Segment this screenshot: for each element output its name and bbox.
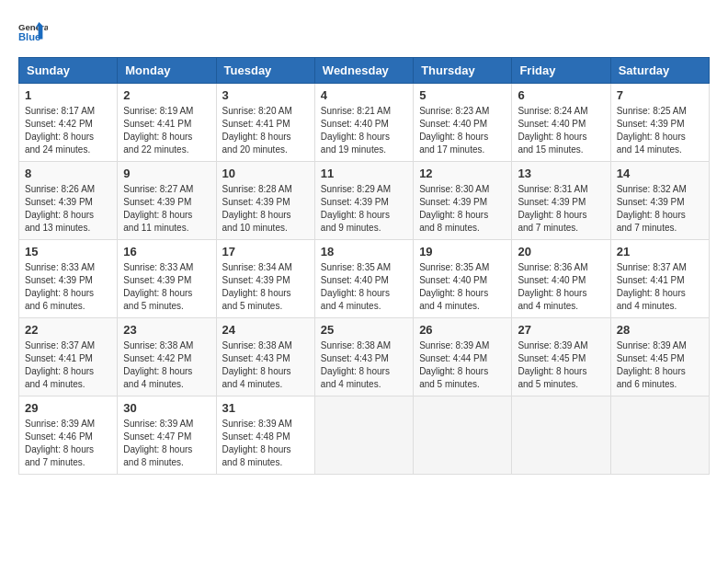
day-number: 30 bbox=[123, 401, 210, 415]
calendar-table: SundayMondayTuesdayWednesdayThursdayFrid… bbox=[18, 57, 710, 475]
calendar-cell: 31 Sunrise: 8:39 AM Sunset: 4:48 PM Dayl… bbox=[216, 396, 314, 475]
calendar-cell: 3 Sunrise: 8:20 AM Sunset: 4:41 PM Dayli… bbox=[216, 84, 314, 162]
day-number: 9 bbox=[123, 167, 210, 180]
calendar-cell: 26 Sunrise: 8:39 AM Sunset: 4:44 PM Dayl… bbox=[414, 318, 512, 396]
calendar-cell: 2 Sunrise: 8:19 AM Sunset: 4:41 PM Dayli… bbox=[118, 84, 216, 162]
day-info: Sunrise: 8:37 AM Sunset: 4:41 PM Dayligh… bbox=[617, 261, 703, 313]
calendar-cell bbox=[314, 396, 413, 475]
day-number: 18 bbox=[321, 245, 407, 259]
day-number: 3 bbox=[222, 88, 309, 102]
day-number: 15 bbox=[25, 245, 111, 259]
calendar-cell: 19 Sunrise: 8:35 AM Sunset: 4:40 PM Dayl… bbox=[414, 240, 512, 318]
weekday-header-tuesday: Tuesday bbox=[216, 58, 314, 84]
calendar-cell: 9 Sunrise: 8:27 AM Sunset: 4:39 PM Dayli… bbox=[118, 162, 216, 240]
day-number: 11 bbox=[321, 167, 407, 180]
day-info: Sunrise: 8:20 AM Sunset: 4:41 PM Dayligh… bbox=[222, 105, 309, 156]
calendar-cell: 8 Sunrise: 8:26 AM Sunset: 4:39 PM Dayli… bbox=[19, 162, 118, 240]
day-number: 6 bbox=[518, 88, 604, 102]
day-number: 26 bbox=[419, 323, 506, 337]
calendar-cell: 20 Sunrise: 8:36 AM Sunset: 4:40 PM Dayl… bbox=[512, 240, 610, 318]
day-info: Sunrise: 8:17 AM Sunset: 4:42 PM Dayligh… bbox=[25, 105, 111, 156]
day-info: Sunrise: 8:34 AM Sunset: 4:39 PM Dayligh… bbox=[222, 261, 309, 313]
calendar-cell: 13 Sunrise: 8:31 AM Sunset: 4:39 PM Dayl… bbox=[512, 162, 610, 240]
day-number: 21 bbox=[617, 245, 703, 259]
day-info: Sunrise: 8:39 AM Sunset: 4:45 PM Dayligh… bbox=[518, 339, 604, 391]
day-info: Sunrise: 8:38 AM Sunset: 4:43 PM Dayligh… bbox=[222, 339, 309, 391]
day-number: 12 bbox=[419, 167, 506, 180]
day-info: Sunrise: 8:37 AM Sunset: 4:41 PM Dayligh… bbox=[25, 339, 111, 391]
weekday-header-thursday: Thursday bbox=[414, 58, 512, 84]
calendar-cell: 7 Sunrise: 8:25 AM Sunset: 4:39 PM Dayli… bbox=[610, 84, 709, 162]
day-info: Sunrise: 8:38 AM Sunset: 4:42 PM Dayligh… bbox=[123, 339, 210, 391]
calendar-cell: 6 Sunrise: 8:24 AM Sunset: 4:40 PM Dayli… bbox=[512, 84, 610, 162]
day-number: 16 bbox=[123, 245, 210, 259]
day-number: 14 bbox=[617, 167, 703, 180]
day-number: 29 bbox=[25, 401, 111, 415]
weekday-header-wednesday: Wednesday bbox=[314, 58, 413, 84]
day-info: Sunrise: 8:35 AM Sunset: 4:40 PM Dayligh… bbox=[321, 261, 407, 313]
calendar-cell: 22 Sunrise: 8:37 AM Sunset: 4:41 PM Dayl… bbox=[19, 318, 118, 396]
day-info: Sunrise: 8:19 AM Sunset: 4:41 PM Dayligh… bbox=[123, 105, 210, 156]
calendar-cell: 4 Sunrise: 8:21 AM Sunset: 4:40 PM Dayli… bbox=[314, 84, 413, 162]
day-info: Sunrise: 8:21 AM Sunset: 4:40 PM Dayligh… bbox=[321, 105, 407, 156]
day-number: 5 bbox=[419, 88, 506, 102]
calendar-cell bbox=[414, 396, 512, 475]
day-number: 7 bbox=[617, 88, 703, 102]
day-info: Sunrise: 8:26 AM Sunset: 4:39 PM Dayligh… bbox=[25, 183, 111, 235]
day-info: Sunrise: 8:39 AM Sunset: 4:47 PM Dayligh… bbox=[123, 418, 210, 469]
logo: GeneralBlue bbox=[18, 18, 48, 48]
calendar-cell: 5 Sunrise: 8:23 AM Sunset: 4:40 PM Dayli… bbox=[414, 84, 512, 162]
svg-text:General: General bbox=[18, 22, 48, 32]
day-info: Sunrise: 8:31 AM Sunset: 4:39 PM Dayligh… bbox=[518, 183, 604, 235]
day-number: 25 bbox=[321, 323, 407, 337]
day-info: Sunrise: 8:39 AM Sunset: 4:44 PM Dayligh… bbox=[419, 339, 506, 391]
calendar-cell: 24 Sunrise: 8:38 AM Sunset: 4:43 PM Dayl… bbox=[216, 318, 314, 396]
calendar-cell: 12 Sunrise: 8:30 AM Sunset: 4:39 PM Dayl… bbox=[414, 162, 512, 240]
day-info: Sunrise: 8:36 AM Sunset: 4:40 PM Dayligh… bbox=[518, 261, 604, 313]
calendar-cell: 30 Sunrise: 8:39 AM Sunset: 4:47 PM Dayl… bbox=[118, 396, 216, 475]
day-number: 20 bbox=[518, 245, 604, 259]
day-info: Sunrise: 8:39 AM Sunset: 4:45 PM Dayligh… bbox=[617, 339, 703, 391]
day-info: Sunrise: 8:32 AM Sunset: 4:39 PM Dayligh… bbox=[617, 183, 703, 235]
weekday-header-friday: Friday bbox=[512, 58, 610, 84]
day-number: 2 bbox=[123, 88, 210, 102]
day-info: Sunrise: 8:28 AM Sunset: 4:39 PM Dayligh… bbox=[222, 183, 309, 235]
day-info: Sunrise: 8:29 AM Sunset: 4:39 PM Dayligh… bbox=[321, 183, 407, 235]
svg-text:Blue: Blue bbox=[18, 31, 40, 42]
weekday-header-saturday: Saturday bbox=[610, 58, 709, 84]
calendar-cell bbox=[512, 396, 610, 475]
day-info: Sunrise: 8:30 AM Sunset: 4:39 PM Dayligh… bbox=[419, 183, 506, 235]
day-number: 28 bbox=[617, 323, 703, 337]
day-info: Sunrise: 8:38 AM Sunset: 4:43 PM Dayligh… bbox=[321, 339, 407, 391]
day-number: 4 bbox=[321, 88, 407, 102]
calendar-cell: 21 Sunrise: 8:37 AM Sunset: 4:41 PM Dayl… bbox=[610, 240, 709, 318]
logo-icon: GeneralBlue bbox=[18, 18, 48, 48]
day-number: 24 bbox=[222, 323, 309, 337]
day-number: 27 bbox=[518, 323, 604, 337]
day-info: Sunrise: 8:33 AM Sunset: 4:39 PM Dayligh… bbox=[123, 261, 210, 313]
day-number: 19 bbox=[419, 245, 506, 259]
weekday-header-sunday: Sunday bbox=[19, 58, 118, 84]
day-info: Sunrise: 8:33 AM Sunset: 4:39 PM Dayligh… bbox=[25, 261, 111, 313]
day-number: 1 bbox=[25, 88, 111, 102]
day-info: Sunrise: 8:23 AM Sunset: 4:40 PM Dayligh… bbox=[419, 105, 506, 156]
day-number: 17 bbox=[222, 245, 309, 259]
day-info: Sunrise: 8:25 AM Sunset: 4:39 PM Dayligh… bbox=[617, 105, 703, 156]
calendar-cell: 27 Sunrise: 8:39 AM Sunset: 4:45 PM Dayl… bbox=[512, 318, 610, 396]
calendar-cell: 15 Sunrise: 8:33 AM Sunset: 4:39 PM Dayl… bbox=[19, 240, 118, 318]
calendar-cell: 25 Sunrise: 8:38 AM Sunset: 4:43 PM Dayl… bbox=[314, 318, 413, 396]
day-number: 22 bbox=[25, 323, 111, 337]
day-info: Sunrise: 8:39 AM Sunset: 4:48 PM Dayligh… bbox=[222, 418, 309, 469]
calendar-cell: 11 Sunrise: 8:29 AM Sunset: 4:39 PM Dayl… bbox=[314, 162, 413, 240]
day-info: Sunrise: 8:35 AM Sunset: 4:40 PM Dayligh… bbox=[419, 261, 506, 313]
weekday-header-monday: Monday bbox=[118, 58, 216, 84]
page-header: GeneralBlue bbox=[18, 18, 710, 48]
day-number: 31 bbox=[222, 401, 309, 415]
day-number: 10 bbox=[222, 167, 309, 180]
calendar-cell: 17 Sunrise: 8:34 AM Sunset: 4:39 PM Dayl… bbox=[216, 240, 314, 318]
calendar-cell: 10 Sunrise: 8:28 AM Sunset: 4:39 PM Dayl… bbox=[216, 162, 314, 240]
day-info: Sunrise: 8:24 AM Sunset: 4:40 PM Dayligh… bbox=[518, 105, 604, 156]
day-number: 8 bbox=[25, 167, 111, 180]
calendar-cell: 18 Sunrise: 8:35 AM Sunset: 4:40 PM Dayl… bbox=[314, 240, 413, 318]
calendar-cell: 16 Sunrise: 8:33 AM Sunset: 4:39 PM Dayl… bbox=[118, 240, 216, 318]
